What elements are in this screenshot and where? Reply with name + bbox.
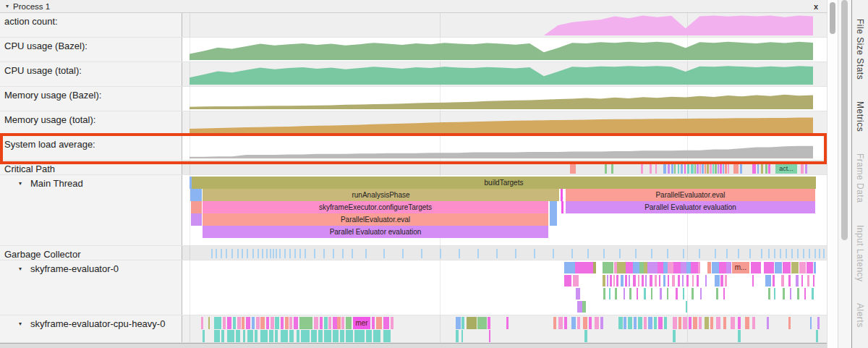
- trace-span[interactable]: [564, 262, 575, 273]
- trace-span[interactable]: [609, 288, 610, 300]
- trace-span[interactable]: [603, 262, 613, 273]
- trace-span[interactable]: [236, 330, 240, 342]
- trace-span[interactable]: [561, 201, 563, 213]
- trace-span[interactable]: [506, 317, 509, 329]
- collapse-arrow-icon[interactable]: ▾: [19, 180, 22, 187]
- trace-span[interactable]: [799, 262, 806, 273]
- trace-span[interactable]: [664, 317, 667, 329]
- tab-input-latency[interactable]: Input Latency: [855, 225, 865, 282]
- trace-span[interactable]: [765, 275, 771, 287]
- trace-span[interactable]: [644, 317, 647, 329]
- trace-span[interactable]: [260, 317, 265, 329]
- trace-span[interactable]: [648, 317, 652, 329]
- trace-span[interactable]: [583, 317, 587, 329]
- trace-span[interactable]: [702, 164, 704, 174]
- panel-scrollbar-thumb[interactable]: [830, 2, 835, 34]
- trace-span[interactable]: [621, 275, 624, 287]
- trace-span[interactable]: [595, 317, 599, 329]
- trace-span[interactable]: [796, 275, 799, 287]
- trace-span[interactable]: [227, 317, 231, 329]
- trace-span[interactable]: [354, 330, 365, 342]
- trace-span[interactable]: [678, 164, 679, 174]
- counter-chart-cpu-usage-bazel[interactable]: [190, 40, 813, 60]
- timeline-memory-usage-total[interactable]: [182, 111, 827, 135]
- trace-span[interactable]: [201, 317, 203, 329]
- trace-span[interactable]: [686, 301, 687, 313]
- trace-span[interactable]: [738, 330, 741, 342]
- trace-span-labeled[interactable]: runAnalysisPhase: [203, 189, 559, 201]
- trace-span[interactable]: [705, 275, 707, 287]
- trace-span[interactable]: [391, 317, 393, 329]
- trace-span[interactable]: [203, 330, 205, 342]
- timeline-skyframe-evaluator-0[interactable]: m...: [182, 260, 827, 315]
- trace-span[interactable]: [456, 330, 459, 342]
- trace-span[interactable]: [810, 317, 812, 329]
- trace-span[interactable]: [647, 262, 658, 273]
- trace-span[interactable]: [320, 317, 323, 329]
- timeline-system-load-average[interactable]: [182, 136, 827, 160]
- collapse-arrow-icon[interactable]: ▾: [19, 321, 22, 327]
- trace-span[interactable]: [728, 164, 729, 174]
- trace-span[interactable]: [582, 301, 586, 313]
- trace-span[interactable]: [812, 288, 814, 300]
- trace-span[interactable]: [689, 317, 692, 329]
- trace-span[interactable]: [346, 317, 352, 329]
- trace-span[interactable]: [723, 288, 725, 300]
- trace-span[interactable]: [765, 164, 767, 174]
- trace-span[interactable]: [751, 262, 761, 273]
- trace-span[interactable]: [324, 317, 328, 329]
- trace-span[interactable]: [807, 275, 809, 287]
- trace-span[interactable]: [341, 317, 344, 329]
- trace-span[interactable]: [716, 288, 718, 300]
- close-button[interactable]: x: [814, 2, 818, 11]
- trace-span[interactable]: [773, 275, 775, 287]
- trace-span[interactable]: [570, 164, 576, 174]
- tab-frame-data[interactable]: Frame Data: [855, 153, 865, 203]
- trace-span[interactable]: [624, 288, 625, 300]
- trace-span[interactable]: [246, 317, 250, 329]
- trace-span[interactable]: [214, 330, 220, 342]
- trace-span[interactable]: [625, 275, 627, 287]
- trace-span[interactable]: [242, 317, 244, 329]
- trace-span[interactable]: [781, 275, 784, 287]
- trace-span-labeled[interactable]: act...: [775, 164, 797, 174]
- trace-span[interactable]: [707, 164, 709, 174]
- trace-span[interactable]: [328, 317, 331, 329]
- trace-span[interactable]: [366, 330, 372, 342]
- counter-chart-memory-usage-total[interactable]: [190, 114, 813, 134]
- trace-span[interactable]: [699, 164, 701, 174]
- trace-span-labeled[interactable]: ParallelEvaluator.eval: [203, 213, 548, 226]
- trace-span[interactable]: [638, 317, 642, 329]
- trace-span[interactable]: [678, 275, 680, 287]
- trace-span[interactable]: [668, 275, 669, 287]
- trace-span[interactable]: [221, 330, 224, 342]
- trace-span[interactable]: [814, 262, 816, 273]
- trace-span[interactable]: [633, 275, 636, 287]
- trace-span[interactable]: [223, 317, 226, 329]
- trace-span[interactable]: [637, 288, 638, 300]
- trace-span[interactable]: [461, 317, 464, 329]
- trace-span[interactable]: [761, 164, 763, 174]
- trace-span[interactable]: [660, 288, 662, 300]
- trace-span[interactable]: [691, 262, 698, 273]
- trace-span[interactable]: [710, 164, 712, 174]
- trace-span[interactable]: [650, 275, 652, 287]
- trace-span[interactable]: [678, 317, 681, 329]
- timeline-skyframe-evaluator-cpu-heavy-0[interactable]: mer: [182, 315, 827, 342]
- trace-span[interactable]: [712, 262, 719, 273]
- counter-chart-action-count[interactable]: [190, 15, 813, 35]
- trace-span[interactable]: [575, 262, 593, 273]
- trace-span[interactable]: [600, 317, 603, 329]
- trace-span[interactable]: [816, 330, 818, 342]
- trace-span[interactable]: [674, 164, 676, 174]
- trace-span[interactable]: [589, 317, 592, 329]
- trace-span[interactable]: [243, 330, 245, 342]
- trace-span[interactable]: [558, 317, 563, 329]
- trace-span[interactable]: [700, 288, 702, 300]
- trace-span[interactable]: [311, 330, 317, 342]
- trace-span[interactable]: [629, 275, 630, 287]
- trace-span[interactable]: [654, 317, 657, 329]
- trace-span[interactable]: [683, 317, 687, 329]
- trace-span[interactable]: [271, 317, 274, 329]
- trace-span[interactable]: [752, 317, 755, 329]
